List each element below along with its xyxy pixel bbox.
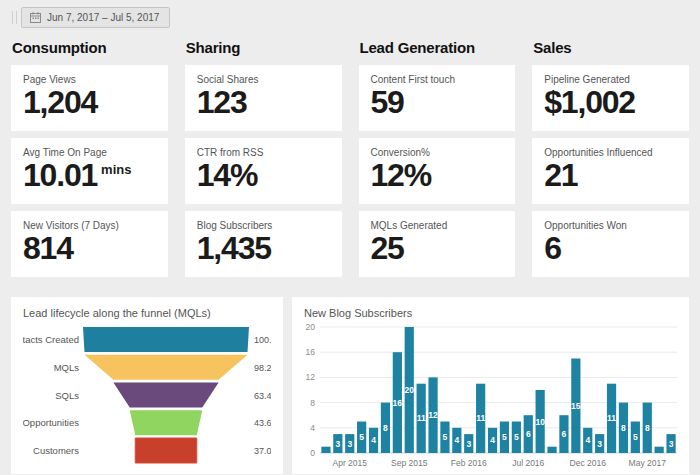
bar-value-label: 3 [335,439,340,449]
funnel-stage-label: SQLs [55,390,79,401]
metric-value: 123 [197,86,330,120]
bar-chart-panel: New Blog Subscribers 0481216203354816201… [292,297,689,474]
bar-chart-title: New Blog Subscribers [304,307,677,319]
column-sharing: Sharing Social Shares 123 CTR from RSS 1… [185,34,342,284]
y-axis-tick-label: 8 [310,398,315,408]
date-range-label: Jun 7, 2017 – Jul 5, 2017 [47,12,159,23]
bar-value-label: 3 [466,439,471,449]
funnel-stage-label: MQLs [54,362,80,373]
bar-value-label: 5 [443,432,448,442]
y-axis-tick-label: 20 [306,323,316,332]
x-axis-tick-label: May 2017 [629,458,667,468]
funnel-chart-panel: Lead lifecycle along the funnel (MQLs) N… [11,297,283,474]
funnel-stage-percent: 100.00% [254,335,271,345]
bar-value-label: 4 [454,435,459,445]
metric-card-new-visitors: New Visitors (7 Days) 814 [11,211,168,277]
column-title-lead-generation: Lead Generation [360,39,516,56]
metric-value: 59 [371,86,504,120]
funnel-chart-title: Lead lifecycle along the funnel (MQLs) [23,307,271,319]
metric-card-page-views: Page Views 1,204 [11,65,168,131]
column-lead-generation: Lead Generation Content First touch 59 C… [359,34,516,284]
bar-value-label: 15 [571,401,581,411]
funnel-stage-label: Opportunities [23,417,79,428]
bar-value-label: 5 [502,432,507,442]
metric-card-pipeline-generated: Pipeline Generated $1,002 [532,65,689,131]
metric-card-social-shares: Social Shares 123 [185,65,342,131]
funnel-stage-percent: 37.03% [254,446,271,456]
bar-value-label: 3 [597,439,602,449]
metric-value: 21 [544,159,677,193]
metric-value: 1,204 [23,86,156,120]
column-title-consumption: Consumption [12,39,168,56]
bar-value-label: 11 [476,413,485,423]
bar-value-label: 4 [490,435,495,445]
metric-card-avg-time-on-page: Avg Time On Page 10.01mins [11,138,168,204]
funnel-segment-mqls[interactable] [84,355,247,380]
funnel-stage-label: New Contacts Created [23,334,79,345]
funnel-stage-percent: 63.41% [254,391,271,401]
bar-chart: 0481216203354816201112543114556106154311… [304,323,677,470]
bar-value-label: 4 [585,435,590,445]
metric-value: 1,435 [197,232,330,266]
metric-value: 10.01mins [23,159,156,193]
metric-card-mqls-generated: MQLs Generated 25 [359,211,516,277]
bar-value-label: 5 [514,432,519,442]
x-axis-tick-label: Jul 2016 [512,458,544,468]
metric-card-conversion-pct: Conversion% 12% [359,138,516,204]
funnel-chart: New Contacts Created100.00%MQLs98.23%SQL… [23,327,271,467]
funnel-segment-opportunities[interactable] [130,410,202,435]
bar-value-label: 11 [607,413,616,423]
metric-value: $1,002 [544,86,677,120]
calendar-icon [30,12,41,23]
y-axis-tick-label: 12 [306,372,316,382]
x-axis-tick-label: Sep 2015 [391,458,428,468]
funnel-segment-sqls[interactable] [113,383,218,408]
bar-value-label: 5 [359,432,364,442]
bar-value-label: 12 [428,410,438,420]
x-axis-tick-label: Apr 2015 [333,458,368,468]
y-axis-tick-label: 0 [310,448,315,458]
metric-suffix: mins [101,162,131,177]
funnel-segment-customers[interactable] [135,438,196,463]
bar-value-label: 6 [562,429,567,439]
drag-handle-icon[interactable] [12,11,17,24]
metric-value: 25 [371,232,504,266]
funnel-segment-new-contacts-created[interactable] [83,327,249,352]
column-consumption: Consumption Page Views 1,204 Avg Time On… [11,34,168,284]
x-axis-tick-label: Feb 2016 [451,458,487,468]
bar-value-label: 16 [393,398,403,408]
bar-jun-2017[interactable] [655,447,664,453]
bar-value-label: 11 [417,413,426,423]
metric-value: 12% [371,159,504,193]
bar-value-label: 3 [669,439,674,449]
metric-value: 14% [197,159,330,193]
column-sales: Sales Pipeline Generated $1,002 Opportun… [532,34,689,284]
bar-value-label: 8 [383,423,388,433]
charts-row: Lead lifecycle along the funnel (MQLs) N… [11,297,689,474]
column-title-sharing: Sharing [186,39,342,56]
bar-feb-2015[interactable] [321,447,330,453]
bar-value-label: 4 [371,435,376,445]
bar-value-label: 3 [347,439,352,449]
bar-sep-2016[interactable] [547,447,556,453]
bar-value-label: 5 [633,432,638,442]
metric-value: 6 [544,232,677,266]
bar-value-label: 8 [621,423,626,433]
metric-value: 814 [23,232,156,266]
funnel-stage-percent: 43.67% [254,418,271,428]
metric-card-blog-subscribers: Blog Subscribers 1,435 [185,211,342,277]
bar-value-label: 6 [526,429,531,439]
metric-card-content-first-touch: Content First touch 59 [359,65,516,131]
bar-value-label: 10 [535,417,545,427]
kpi-grid: Consumption Page Views 1,204 Avg Time On… [11,34,689,284]
top-toolbar: Jun 7, 2017 – Jul 5, 2017 [0,0,700,34]
metric-card-ctr-from-rss: CTR from RSS 14% [185,138,342,204]
bar-value-label: 20 [405,385,415,395]
metric-card-opportunities-won: Opportunities Won 6 [532,211,689,277]
funnel-stage-percent: 98.23% [254,363,271,373]
column-title-sales: Sales [533,39,689,56]
metric-label: Opportunities Won [544,220,677,231]
date-range-picker[interactable]: Jun 7, 2017 – Jul 5, 2017 [21,7,170,28]
y-axis-tick-label: 4 [310,423,315,433]
metric-card-opportunities-influenced: Opportunities Influenced 21 [532,138,689,204]
